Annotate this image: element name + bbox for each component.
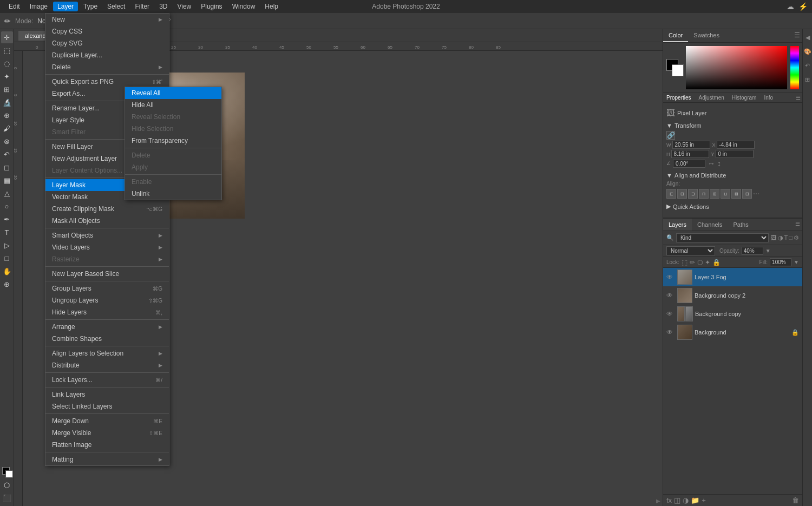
submenu-from-transparency[interactable]: From Transparency	[125, 135, 221, 147]
submenu-hide-selection[interactable]: Hide Selection	[125, 123, 221, 135]
layer-eye-bgcopy[interactable]: 👁	[666, 310, 675, 318]
menu-copy-svg[interactable]: Copy SVG	[45, 37, 169, 49]
menu-type[interactable]: Type	[79, 2, 102, 11]
align-top-btn[interactable]: ⊓	[699, 189, 709, 199]
menu-edit[interactable]: Edit	[4, 2, 24, 11]
menu-merge-down[interactable]: Merge Down ⌘E	[45, 415, 169, 427]
submenu-reveal-all[interactable]: Reveal All	[125, 87, 221, 99]
lock-px-icon[interactable]: ⬚	[682, 259, 687, 266]
align-right-btn[interactable]: ⊐	[688, 189, 698, 199]
distribute-h-btn[interactable]: ⊠	[731, 189, 741, 199]
menu-lock-layers[interactable]: Lock Layers... ⌘/	[45, 374, 169, 386]
path-select-tool[interactable]: ▷	[1, 239, 13, 251]
more-align-btn[interactable]: ···	[753, 189, 759, 199]
menu-layer[interactable]: Layer	[53, 2, 78, 11]
layer-item-bg[interactable]: 👁 Background 🔒	[663, 323, 802, 341]
layer-eye-bg[interactable]: 👁	[666, 328, 675, 336]
hue-bar[interactable]	[790, 46, 799, 89]
align-left-btn[interactable]: ⊏	[666, 189, 676, 199]
menu-video-layers[interactable]: Video Layers	[45, 241, 169, 253]
filter-text-icon[interactable]: T	[784, 234, 788, 241]
menu-new[interactable]: New	[45, 14, 169, 25]
menu-view[interactable]: View	[173, 2, 195, 11]
fg-bg-switch[interactable]	[1, 466, 13, 478]
layers-kind-select[interactable]: Kind	[676, 233, 769, 242]
flip-v-icon[interactable]: ↕	[717, 159, 721, 168]
lasso-tool[interactable]: ◌	[1, 57, 13, 69]
menu-smart-objects[interactable]: Smart Objects	[45, 229, 169, 241]
fill-dropdown-icon[interactable]: ▼	[794, 259, 799, 265]
dodge-tool[interactable]: ○	[1, 200, 13, 212]
brush-tool[interactable]: 🖌	[1, 122, 13, 134]
lock-chain-icon[interactable]: 🔗	[666, 131, 675, 140]
menu-filter[interactable]: Filter	[130, 2, 154, 11]
layer-fx-btn[interactable]: fx	[666, 496, 672, 504]
delete-layer-btn[interactable]: 🗑	[792, 496, 799, 504]
add-group-btn[interactable]: 📁	[691, 496, 699, 504]
blend-mode-select[interactable]: Normal	[666, 246, 715, 255]
clone-tool[interactable]: ⊗	[1, 135, 13, 147]
creative-cloud-icon[interactable]: ☁	[787, 2, 794, 11]
tab-layers[interactable]: Layers	[663, 219, 692, 231]
w-input[interactable]	[672, 141, 710, 149]
submenu-unlink[interactable]: Unlink	[125, 188, 221, 200]
eraser-tool[interactable]: ◻	[1, 161, 13, 173]
menu-mask-all-objects[interactable]: Mask All Objects	[45, 215, 169, 227]
tab-channels[interactable]: Channels	[692, 219, 728, 231]
x-input[interactable]	[717, 141, 755, 149]
lock-color-icon[interactable]: ⬡	[697, 259, 703, 266]
flip-h-icon[interactable]: ↔	[708, 159, 715, 168]
menu-plugins[interactable]: Plugins	[197, 2, 226, 11]
menu-ungroup-layers[interactable]: Ungroup Layers ⇧⌘G	[45, 294, 169, 306]
history-tool[interactable]: ↶	[1, 148, 13, 160]
history-panel-icon[interactable]: ↶	[803, 60, 812, 71]
menu-delete[interactable]: Delete	[45, 61, 169, 73]
layer-item-bg2[interactable]: 👁 Background copy 2	[663, 286, 802, 305]
h-input[interactable]	[671, 150, 709, 158]
menu-duplicate-layer[interactable]: Duplicate Layer...	[45, 49, 169, 61]
screen-mode-toggle[interactable]: ⬛	[1, 492, 13, 504]
menu-3d[interactable]: 3D	[155, 2, 172, 11]
menu-select[interactable]: Select	[103, 2, 129, 11]
submenu-apply[interactable]: Apply	[125, 161, 221, 173]
menu-copy-css[interactable]: Copy CSS	[45, 25, 169, 37]
menu-arrange[interactable]: Arrange	[45, 321, 169, 333]
menu-image[interactable]: Image	[25, 2, 52, 11]
menu-matting[interactable]: Matting	[45, 454, 169, 465]
select-tool[interactable]: ⬚	[1, 44, 13, 56]
menu-combine-shapes[interactable]: Combine Shapes	[45, 333, 169, 345]
opacity-input[interactable]	[742, 247, 763, 255]
layer-eye-fog[interactable]: 👁	[666, 273, 675, 281]
eyedropper-tool[interactable]: 🔬	[1, 96, 13, 108]
submenu-delete[interactable]: Delete	[125, 149, 221, 161]
bluetooth-icon[interactable]: ⚡	[798, 2, 808, 11]
move-tool[interactable]: ✛	[1, 31, 13, 43]
tab-paths[interactable]: Paths	[728, 219, 754, 231]
hand-tool[interactable]: ✋	[1, 265, 13, 277]
menu-merge-visible[interactable]: Merge Visible ⇧⌘E	[45, 427, 169, 439]
shape-tool[interactable]: □	[1, 252, 13, 264]
tab-swatches[interactable]: Swatches	[688, 29, 725, 42]
crop-tool[interactable]: ⊞	[1, 83, 13, 95]
quick-actions-header[interactable]: ▶ Quick Actions	[666, 202, 799, 211]
tab-adjustments[interactable]: Adjustmen	[696, 93, 728, 102]
background-color[interactable]	[672, 64, 684, 76]
layer-eye-bg2[interactable]: 👁	[666, 292, 675, 299]
gradient-tool[interactable]: ▦	[1, 174, 13, 186]
fg-bg-colors[interactable]	[666, 59, 684, 76]
text-tool[interactable]: T	[1, 226, 13, 238]
menu-rasterize[interactable]: Rasterize	[45, 253, 169, 265]
quick-mask-toggle[interactable]: ⬡	[1, 479, 13, 491]
menu-flatten-image[interactable]: Flatten Image	[45, 439, 169, 451]
menu-distribute[interactable]: Distribute	[45, 359, 169, 371]
tab-properties[interactable]: Properties	[663, 93, 695, 102]
transform-header[interactable]: ▼ Transform	[666, 121, 799, 130]
distribute-v-btn[interactable]: ⊡	[742, 189, 752, 199]
fill-input[interactable]	[770, 258, 791, 266]
add-mask-btn[interactable]: ◫	[674, 496, 680, 504]
panel-menu-icon[interactable]: ☰	[792, 29, 802, 42]
y-input[interactable]	[716, 150, 754, 158]
menu-link-layers[interactable]: Link Layers	[45, 389, 169, 400]
color-spectrum[interactable]	[686, 46, 787, 89]
lock-pos-icon[interactable]: ✦	[705, 259, 710, 266]
